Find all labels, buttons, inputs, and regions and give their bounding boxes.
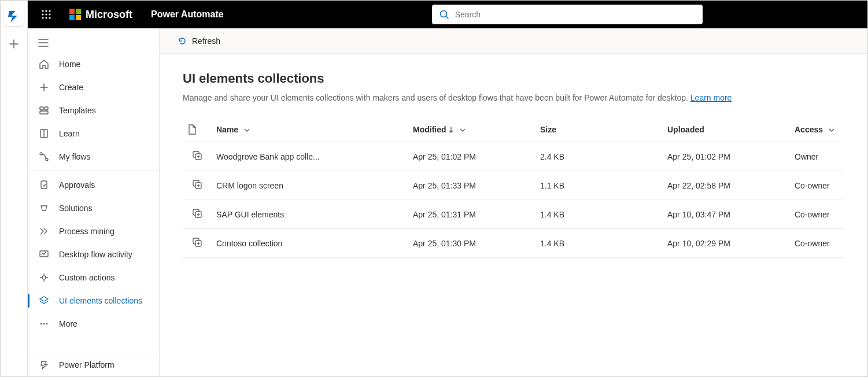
col-header-name[interactable]: Name xyxy=(212,117,408,142)
more-icon xyxy=(38,318,50,330)
svg-point-5 xyxy=(49,13,50,15)
svg-point-3 xyxy=(42,13,43,15)
svg-line-10 xyxy=(446,17,448,19)
nav-toggle-button[interactable] xyxy=(28,33,159,53)
app-launcher-button[interactable] xyxy=(32,1,60,28)
nav-item-label: Power Platform xyxy=(59,360,114,369)
activity-icon xyxy=(38,249,50,260)
flow-icon xyxy=(38,151,50,162)
cell-name: Contoso collection xyxy=(212,229,408,258)
svg-point-6 xyxy=(42,17,43,19)
cell-name: Woodgrove Bank app colle... xyxy=(212,142,408,171)
svg-point-4 xyxy=(45,13,47,15)
svg-rect-14 xyxy=(40,107,43,110)
nav-item-power-platform[interactable]: Power Platform xyxy=(28,353,159,376)
chevron-down-icon xyxy=(829,125,834,134)
nav-item-label: Custom actions xyxy=(59,273,114,282)
table-row[interactable]: Woodgrove Bank app colle...Apr 25, 01:02… xyxy=(183,142,844,171)
cell-modified: Apr 25, 01:02 PM xyxy=(408,142,535,171)
microsoft-brand[interactable]: Microsoft xyxy=(69,9,132,21)
chevron-down-icon xyxy=(460,125,466,134)
chevron-down-icon xyxy=(244,125,250,134)
cell-access: Co-owner xyxy=(790,171,844,200)
power-automate-logo-icon xyxy=(4,6,24,26)
svg-point-1 xyxy=(45,10,47,12)
cell-modified: Apr 25, 01:30 PM xyxy=(408,229,535,258)
collection-icon xyxy=(192,150,202,161)
left-nav: Home Create Templates Learn xyxy=(28,28,160,376)
rail-add-button[interactable] xyxy=(4,34,24,54)
home-icon xyxy=(38,58,50,70)
nav-divider xyxy=(28,171,159,171)
cell-name: CRM logon screen xyxy=(212,171,408,200)
search-icon xyxy=(439,9,449,20)
nav-item-solutions[interactable]: Solutions xyxy=(28,197,159,220)
nav-item-process-mining[interactable]: Process mining xyxy=(28,220,159,243)
col-header-size[interactable]: Size xyxy=(535,117,663,142)
col-header-icon[interactable] xyxy=(183,117,212,142)
svg-point-23 xyxy=(42,276,46,279)
cell-modified: Apr 25, 01:31 PM xyxy=(408,200,535,229)
nav-item-custom-actions[interactable]: Custom actions xyxy=(28,266,159,289)
cell-uploaded: Apr 25, 01:02 PM xyxy=(663,142,790,171)
page-title: UI elements collections xyxy=(183,71,844,86)
collection-icon xyxy=(192,179,202,190)
approvals-icon xyxy=(38,179,50,191)
refresh-button[interactable]: Refresh xyxy=(171,32,226,50)
svg-point-25 xyxy=(43,323,45,325)
nav-item-label: Approvals xyxy=(59,180,95,190)
cell-size: 1.4 KB xyxy=(535,229,663,258)
nav-item-label: My flows xyxy=(59,152,90,161)
file-icon xyxy=(187,124,207,135)
cell-access: Co-owner xyxy=(790,200,844,229)
learn-more-link[interactable]: Learn more xyxy=(690,93,732,102)
nav-item-label: Home xyxy=(59,60,80,69)
nav-item-desktop-flow-activity[interactable]: Desktop flow activity xyxy=(28,243,159,266)
product-name[interactable]: Power Automate xyxy=(151,9,224,20)
svg-rect-16 xyxy=(40,111,48,114)
nav-item-label: More xyxy=(59,319,77,328)
nav-item-approvals[interactable]: Approvals xyxy=(28,173,159,197)
table-row[interactable]: CRM logon screenApr 25, 01:33 PM1.1 KBAp… xyxy=(183,171,844,200)
nav-item-home[interactable]: Home xyxy=(28,53,159,76)
global-header: Microsoft Power Automate xyxy=(28,1,867,28)
refresh-label: Refresh xyxy=(192,36,220,46)
command-bar: Refresh xyxy=(160,28,867,54)
nav-item-label: Create xyxy=(59,83,83,92)
collection-icon xyxy=(192,208,202,219)
book-icon xyxy=(38,128,50,139)
global-search[interactable] xyxy=(432,5,703,24)
cell-uploaded: Apr 10, 03:47 PM xyxy=(663,200,790,229)
nav-item-learn[interactable]: Learn xyxy=(28,122,159,145)
page-subtitle: Manage and share your UI elements collec… xyxy=(183,93,844,102)
cell-size: 2.4 KB xyxy=(535,142,663,171)
nav-item-label: Learn xyxy=(59,129,80,138)
table-row[interactable]: Contoso collectionApr 25, 01:30 PM1.4 KB… xyxy=(183,229,844,258)
nav-item-templates[interactable]: Templates xyxy=(28,99,159,122)
cell-access: Owner xyxy=(790,142,844,171)
cell-uploaded: Apr 10, 02:29 PM xyxy=(663,229,790,258)
custom-actions-icon xyxy=(38,272,50,283)
cell-size: 1.4 KB xyxy=(535,200,663,229)
svg-point-7 xyxy=(45,17,47,19)
search-input[interactable] xyxy=(455,10,696,19)
svg-point-0 xyxy=(42,10,43,12)
process-mining-icon xyxy=(38,226,50,237)
nav-item-label: Desktop flow activity xyxy=(59,250,132,259)
cell-name: SAP GUI elements xyxy=(212,200,408,229)
col-header-access[interactable]: Access xyxy=(790,117,844,142)
refresh-icon xyxy=(177,36,187,46)
nav-item-more[interactable]: More xyxy=(28,312,159,335)
svg-point-24 xyxy=(40,323,42,325)
nav-item-my-flows[interactable]: My flows xyxy=(28,145,159,168)
col-header-modified[interactable]: Modified xyxy=(408,117,535,142)
cell-access: Co-owner xyxy=(790,229,844,258)
microsoft-logo-icon xyxy=(69,9,81,20)
table-row[interactable]: SAP GUI elementsApr 25, 01:31 PM1.4 KBAp… xyxy=(183,200,844,229)
nav-item-ui-elements-collections[interactable]: UI elements collections xyxy=(28,289,159,312)
col-header-uploaded[interactable]: Uploaded xyxy=(663,117,790,142)
svg-point-8 xyxy=(49,17,50,19)
plus-icon xyxy=(38,82,50,93)
svg-rect-21 xyxy=(41,181,47,188)
nav-item-create[interactable]: Create xyxy=(28,76,159,99)
